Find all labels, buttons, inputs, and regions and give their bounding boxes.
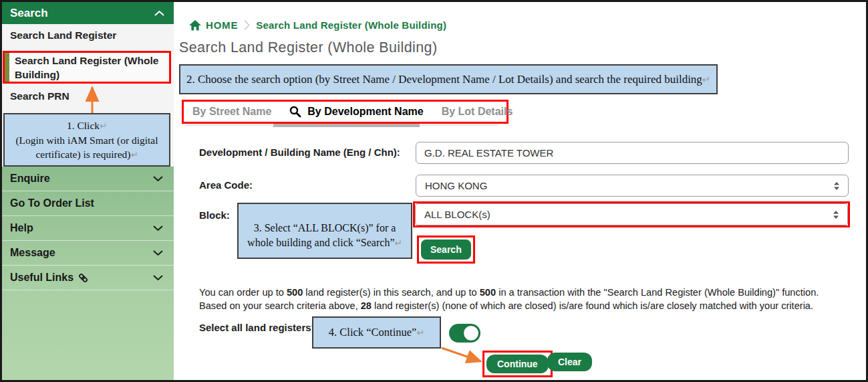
breadcrumb-home-label: HOME	[206, 19, 238, 31]
search-button[interactable]: Search	[421, 240, 471, 260]
chevron-down-icon	[153, 275, 163, 281]
sidebar: Search Search Land Register Search Land …	[2, 2, 174, 380]
annotation-step3: 3. Select “ALL BLOCK(s)” for a whole bui…	[237, 203, 412, 259]
sidebar-menu: Enquire Go To Order List Help Message Us…	[2, 167, 174, 382]
results-line-1: You can order up to 500 land register(s)…	[199, 286, 819, 299]
continue-button-highlight: Continue	[482, 351, 553, 377]
block-select-highlight: ALL BLOCK(s)	[413, 201, 850, 227]
menu-label: Message	[10, 247, 55, 259]
up-down-arrows-icon	[833, 210, 839, 219]
tab-label: By Development Name	[307, 106, 423, 118]
return-symbol: ↵	[130, 150, 138, 160]
chevron-down-icon	[153, 225, 163, 231]
sidebar-item-enquire[interactable]: Enquire	[2, 167, 174, 191]
return-symbol: ↵	[416, 328, 424, 338]
annotation-step3-line1: 3. Select “ALL BLOCK(s)” for a	[254, 222, 396, 233]
menu-label: Useful Links	[10, 272, 74, 284]
dev-name-label: Development / Building Name (Eng / Chn):	[199, 147, 400, 158]
area-code-label: Area Code:	[199, 179, 253, 191]
return-symbol: ↵	[394, 238, 402, 248]
block-select[interactable]: ALL BLOCK(s)	[415, 203, 848, 225]
search-button-highlight: Search	[417, 235, 475, 264]
chevron-down-icon	[153, 176, 163, 182]
block-label: Block:	[199, 209, 230, 221]
clear-button[interactable]: Clear	[547, 353, 592, 371]
return-symbol: ↵	[100, 121, 107, 131]
search-icon	[289, 106, 301, 118]
annotation-arrow-step1	[84, 81, 101, 114]
app-window: Search Search Land Register Search Land …	[0, 0, 868, 382]
chevron-up-icon	[154, 10, 164, 16]
area-code-value: HONG KONG	[425, 180, 487, 191]
results-summary: You can order up to 500 land register(s)…	[199, 286, 819, 312]
tab-by-lot-details[interactable]: By Lot Details	[442, 106, 513, 118]
annotation-step1-line1: 1. Click	[67, 120, 100, 131]
menu-label: Help	[10, 222, 33, 234]
return-symbol: ↵	[702, 74, 710, 85]
continue-button[interactable]: Continue	[486, 355, 549, 373]
annotation-step2-text: 2. Choose the search option (by Street N…	[186, 73, 702, 86]
select-all-label: Select all land registers?	[199, 322, 317, 333]
sidebar-item-message[interactable]: Message	[2, 241, 174, 266]
tab-by-development-name[interactable]: By Development Name	[289, 106, 423, 118]
annotation-step3-line2: whole building and click “Search”	[247, 237, 394, 248]
link-icon	[78, 273, 88, 283]
menu-label: Enquire	[10, 173, 50, 185]
page-title: Search Land Register (Whole Building)	[179, 39, 437, 56]
active-tab-underline	[273, 124, 420, 127]
sidebar-section-label: Search	[10, 7, 48, 20]
search-option-tabs: By Street Name By Development Name By Lo…	[182, 100, 509, 124]
annotation-step1: 1. Click↵ (Login with iAM Smart (or digi…	[3, 113, 170, 167]
chevron-right-icon	[244, 19, 250, 31]
chevron-down-icon	[153, 250, 163, 256]
annotation-step4: 4. Click “Continue”↵	[312, 316, 441, 349]
sidebar-item-useful-links[interactable]: Useful Links	[2, 266, 174, 290]
sidebar-item-help[interactable]: Help	[2, 216, 174, 241]
sidebar-item-go-to-order-list[interactable]: Go To Order List	[2, 191, 174, 216]
breadcrumb-home-link[interactable]: HOME	[189, 19, 238, 31]
results-line-2: Based on your search criteria above, 28 …	[199, 299, 819, 312]
toggle-knob	[463, 325, 479, 341]
sidebar-item-label: Search Land Register (Whole Building)	[9, 53, 169, 82]
up-down-arrows-icon	[833, 181, 840, 191]
sidebar-item-search-land-register-whole-building[interactable]: Search Land Register (Whole Building)	[3, 51, 171, 84]
dev-name-input[interactable]	[416, 142, 849, 164]
sidebar-section-search[interactable]: Search	[2, 2, 174, 24]
breadcrumb: HOME Search Land Register (Whole Buildin…	[189, 19, 446, 31]
block-value: ALL BLOCK(s)	[424, 209, 490, 220]
active-item-accent-bar	[5, 53, 9, 82]
home-icon	[189, 20, 201, 31]
menu-label: Go To Order List	[10, 197, 94, 209]
breadcrumb-current: Search Land Register (Whole Building)	[256, 19, 446, 31]
annotation-step4-text: 4. Click “Continue”	[329, 326, 417, 339]
tab-by-street-name[interactable]: By Street Name	[192, 106, 271, 118]
sidebar-item-search-land-register[interactable]: Search Land Register	[2, 29, 174, 41]
area-code-select[interactable]: HONG KONG	[416, 175, 849, 197]
select-all-toggle[interactable]	[449, 324, 480, 343]
annotation-step2: 2. Choose the search option (by Street N…	[179, 64, 718, 94]
